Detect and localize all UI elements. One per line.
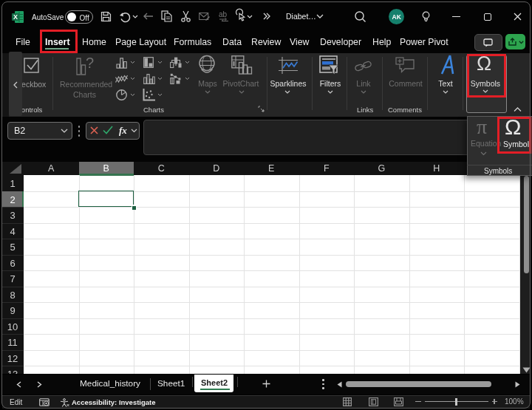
svg-text:X: X bbox=[13, 13, 18, 21]
svg-text:?: ? bbox=[86, 55, 94, 71]
svg-text:ab: ab bbox=[219, 10, 228, 18]
